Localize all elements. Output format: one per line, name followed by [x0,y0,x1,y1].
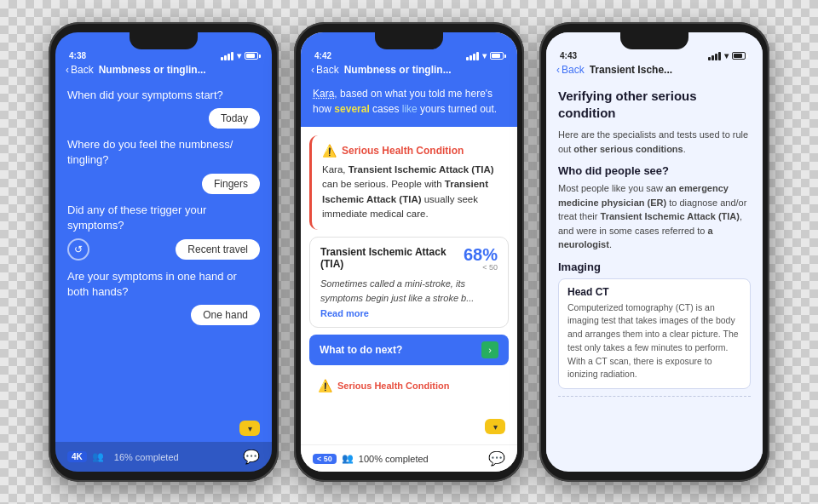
next-arrow-icon[interactable]: › [481,341,498,358]
time-2: 4:42 [314,51,331,60]
status-icons-3: ▾ [708,51,749,60]
serious-body-pre: Kara, [322,164,349,175]
chat-icon-2[interactable]: 💬 [488,450,505,467]
tia-title: Transient Ischemic Attack (TIA) [320,246,464,270]
p3-card-title: Head CT [567,286,741,298]
serious-title: Serious Health Condition [342,145,464,157]
intro-text-3: yours turned out. [418,103,497,115]
question-1: When did your symptoms start? Today [67,88,260,129]
serious-bottom-card: ⚠️ Serious Health Condition [309,372,509,399]
p3-content: Verifying other serious condition Here a… [546,81,763,454]
signal-icon-1 [221,52,233,60]
wifi-icon-3: ▾ [724,51,729,60]
phone-screen-3: 4:43 ▾ ‹ Back Transient Is [546,32,763,472]
p3-card-text: Computerized tomography (CT) is an imagi… [567,301,741,382]
signal-icon-3 [708,52,721,60]
chat-icon-1[interactable]: 💬 [243,449,260,465]
p3-who-text: Most people like you saw an emergency me… [558,181,751,252]
phone-2: 4:42 ▾ ‹ Back Numbness or tinglin.. [294,22,524,482]
p2-badge: < 50 [313,454,337,464]
p2-progress-text: 100% completed [359,454,429,464]
question-text-2: Where do you feel the numbness/ tingling… [67,137,260,168]
who-pre: Most people like you saw [558,183,665,193]
question-text-4: Are your symptoms in one hand or both ha… [67,269,260,300]
battery-icon-3 [732,52,746,60]
serious-body-mid: can be serious. People with [322,179,445,189]
tia-pct-sub: < 50 [464,263,498,272]
back-label-1: Back [71,64,94,76]
refresh-icon[interactable]: ↺ [67,238,89,261]
battery-icon-2 [490,52,504,60]
intro-text-2: cases [370,103,402,115]
screen-content-1: When did your symptoms start? Today Wher… [55,81,272,452]
notch-2 [375,32,443,49]
p3-intro-end: . [683,144,686,154]
p3-intro-text: Here are the specialists and tests used … [558,128,751,156]
p3-intro-bold: other serious conditions [573,144,683,154]
progress-icon-1: 👥 [92,451,104,462]
p2-progress-info: < 50 👥 100% completed [313,453,429,464]
p3-who-title: Who did people see? [558,164,751,177]
what-next-bar[interactable]: What to do next? › [309,335,509,365]
answer-pill-1[interactable]: Today [209,108,260,129]
time-1: 4:38 [69,51,86,60]
question-text-1: When did your symptoms start? [67,88,260,103]
chevron-left-icon-3: ‹ [556,64,560,76]
p2-intro: Kara, based on what you told me here's h… [301,83,517,127]
question-text-3: Did any of these trigger your symptoms? [67,203,260,233]
chevron-left-icon-1: ‹ [66,64,69,76]
serious-body: Kara, Transient Ischemic Attack (TIA) ca… [322,163,498,221]
back-button-3[interactable]: ‹ Back [556,64,585,76]
divider-dotted [558,396,751,397]
yellow-chevron-2[interactable]: ▾ [485,419,505,434]
p2-people-icon: 👥 [342,453,354,464]
status-icons-2: ▾ [466,51,504,60]
what-next-text: What to do next? [320,344,402,356]
notch-1 [130,32,198,49]
p2-progress: < 50 👥 100% completed 💬 [301,444,517,472]
signal-icon-2 [466,52,479,60]
answer-pill-4[interactable]: One hand [191,305,260,325]
phone-1: 4:38 ▾ ‹ Back Numbness or tinglin.. [49,22,279,482]
tia-card: Transient Ischemic Attack (TIA) 68% < 50… [309,237,509,328]
back-label-2: Back [316,64,339,76]
question-2: Where do you feel the numbness/ tingling… [67,137,260,193]
yellow-chevron-1[interactable]: ▾ [239,421,260,436]
warning-icon: ⚠️ [322,144,337,158]
answer-pill-3[interactable]: Recent travel [176,239,260,260]
serious-bottom-label: Serious Health Condition [337,381,449,391]
user-name: Kara [313,88,334,100]
p3-main-title: Verifying other serious condition [558,88,751,121]
who-bold-2: Transient Ischemic Attack (TIA) [601,211,740,221]
question-4: Are your symptoms in one hand or both ha… [67,269,260,325]
notch-3 [620,32,688,49]
phone-3: 4:43 ▾ ‹ Back Transient Is [539,22,769,482]
phone-screen-2: 4:42 ▾ ‹ Back Numbness or tinglin.. [301,32,517,472]
progress-text-1: 16% completed [114,452,179,462]
nav-title-1: Numbness or tinglin... [99,64,206,76]
p3-imaging-card: Head CT Computerized tomography (CT) is … [558,278,751,390]
status-icons-1: ▾ [221,51,258,60]
several-word: several [334,103,369,115]
p3-imaging-title: Imaging [558,261,751,273]
progress-badge-1: 4K [67,451,87,462]
answer-pill-2[interactable]: Fingers [202,174,260,194]
tia-pct-num: 68% [464,246,498,263]
wifi-icon-2: ▾ [482,51,487,60]
nav-title-3: Transient Ische... [590,64,672,76]
progress-info-1: 4K 👥 16% completed [67,451,179,462]
tia-percentage: 68% < 50 [464,246,498,272]
battery-icon-1 [245,52,258,60]
tia-body: Sometimes called a mini-stroke, its symp… [320,277,498,305]
read-more-link[interactable]: Read more [320,308,498,318]
nav-bar-3: ‹ Back Transient Ische... [546,62,763,81]
back-button-1[interactable]: ‹ Back [66,64,94,76]
progress-bar-1: 4K 👥 16% completed 💬 [55,442,272,472]
who-final: . [609,239,612,249]
warning-icon-bottom: ⚠️ [318,379,332,392]
nav-bar-2: ‹ Back Numbness or tinglin... [301,62,517,83]
question-3: Did any of these trigger your symptoms? … [67,203,260,261]
time-3: 4:43 [560,51,577,60]
chevron-left-icon-2: ‹ [311,64,314,76]
back-button-2[interactable]: ‹ Back [311,64,339,76]
